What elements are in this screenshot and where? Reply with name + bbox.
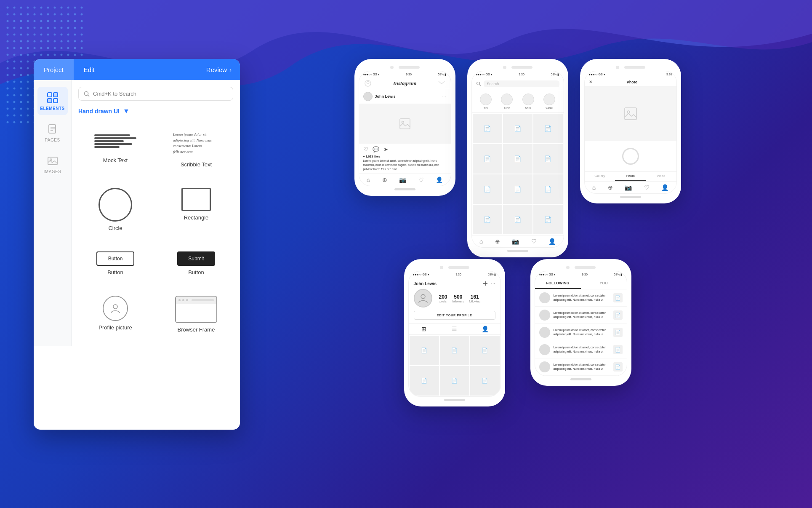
element-circle[interactable]: Circle	[78, 181, 152, 238]
circle-preview	[99, 188, 132, 222]
phone-photo-detail: ●●●○○ GS ▾9:30 ✕ Photo	[580, 59, 681, 203]
browser-label: Browser Frame	[178, 326, 215, 333]
scribble-label: Scribble Text	[181, 161, 212, 168]
element-rectangle[interactable]: Rectangle	[159, 181, 233, 238]
editor-panel: Project Edit Review ›	[34, 59, 240, 430]
sidebar-item-images[interactable]: IMAGES	[37, 150, 68, 178]
mock-text-preview	[94, 128, 136, 154]
pages-label: PAGES	[45, 138, 60, 142]
category-header: Hand drawn UI ▼	[78, 107, 233, 115]
pages-icon	[46, 123, 59, 136]
insta-logo: Instagram	[393, 80, 417, 87]
content-area: Hand drawn UI ▼	[72, 80, 240, 346]
elements-grid: Mock Text Lorem ipsum dolor sitadipiscin…	[78, 122, 233, 340]
mock-text-label: Mock Text	[103, 157, 128, 163]
left-sidebar: ELEMENTS PAGES	[34, 80, 72, 346]
button-filled-label: Button	[188, 269, 204, 275]
category-title: Hand drawn UI	[78, 108, 120, 115]
svg-rect-1	[53, 93, 58, 97]
sidebar-item-pages[interactable]: PAGES	[37, 118, 68, 147]
element-button-outline[interactable]: Button Button	[78, 245, 152, 282]
svg-rect-0	[48, 93, 52, 97]
svg-point-17	[477, 82, 479, 85]
button-filled-preview: Submit	[177, 251, 215, 266]
browser-preview	[175, 296, 217, 323]
editor-header: Project Edit Review ›	[34, 59, 240, 80]
svg-point-16	[402, 121, 404, 123]
svg-point-10	[85, 91, 88, 95]
rectangle-label: Rectangle	[184, 214, 209, 221]
search-icon	[84, 91, 90, 97]
phone-following: ●●●○○ GS ▾9:3058% ▮ FOLLOWING YOU	[530, 259, 631, 386]
main-container: Project Edit Review ›	[0, 0, 812, 508]
review-tab[interactable]: Review ›	[198, 59, 240, 80]
scribble-preview: Lorem ipsum dolor sitadipiscing elit. Nu…	[173, 128, 219, 158]
editor-body: ELEMENTS PAGES	[34, 80, 240, 346]
element-profile-picture[interactable]: Profile picture	[78, 289, 152, 340]
svg-rect-2	[48, 99, 52, 103]
phones-row-1: ●●●○○ GS ▾ 9:30 58% ▮ Instagram	[354, 59, 681, 257]
post-user: John Lewis	[375, 94, 396, 99]
images-label: IMAGES	[44, 169, 61, 174]
category-arrow[interactable]: ▼	[123, 107, 130, 115]
phone-profile: ●●●○○ GS ▾9:3058% ▮ John Lewis ···	[404, 259, 505, 406]
phone-instagram: ●●●○○ GS ▾ 9:30 58% ▮ Instagram	[354, 59, 455, 196]
element-browser-frame[interactable]: Browser Frame	[159, 289, 233, 340]
svg-rect-19	[625, 108, 636, 120]
button-outline-preview: Button	[96, 251, 134, 266]
sidebar-item-elements[interactable]: ELEMENTS	[37, 87, 68, 115]
svg-line-11	[88, 95, 90, 96]
button-outline-label: Button	[107, 269, 123, 275]
project-tab[interactable]: Project	[34, 59, 74, 80]
circle-label: Circle	[108, 225, 122, 231]
edit-tab[interactable]: Edit	[74, 59, 105, 80]
element-scribble-text[interactable]: Lorem ipsum dolor sitadipiscing elit. Nu…	[159, 122, 233, 174]
elements-icon	[46, 91, 59, 104]
svg-point-12	[113, 305, 117, 309]
search-input[interactable]	[93, 91, 228, 97]
phones-row-2: ●●●○○ GS ▾9:3058% ▮ John Lewis ···	[404, 259, 631, 406]
svg-line-18	[479, 85, 481, 86]
svg-rect-15	[400, 119, 410, 129]
elements-label: ELEMENTS	[40, 106, 64, 111]
svg-point-21	[421, 294, 425, 299]
element-button-filled[interactable]: Submit Button	[159, 245, 233, 282]
phones-area: ●●●○○ GS ▾ 9:30 58% ▮ Instagram	[257, 59, 778, 406]
images-icon	[46, 154, 59, 168]
svg-point-9	[50, 159, 52, 160]
rectangle-preview	[181, 188, 211, 211]
profile-preview	[103, 296, 128, 321]
profile-label: Profile picture	[99, 324, 132, 331]
svg-point-14	[367, 81, 369, 84]
search-bar[interactable]	[78, 87, 233, 101]
element-mock-text[interactable]: Mock Text	[78, 122, 152, 174]
phone-gallery: ●●●○○ GS ▾9:3058% ▮ Search Tim	[467, 59, 568, 257]
svg-rect-3	[53, 99, 58, 103]
